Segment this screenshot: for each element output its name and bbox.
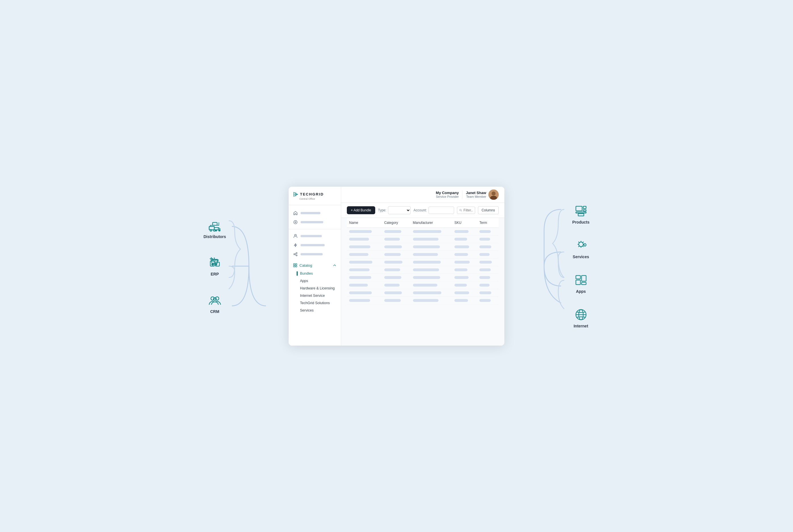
catalog-section: Catalog Bundles Apps Hardware & Licensin… [289, 261, 341, 314]
erp-label: ERP [211, 272, 219, 277]
col-term[interactable]: Term [477, 218, 499, 228]
user-text: Janet Shaw Team Member [466, 191, 486, 198]
svg-point-19 [295, 234, 296, 236]
svg-line-23 [295, 253, 296, 254]
catalog-icon [293, 263, 297, 267]
catalog-label: Catalog [299, 263, 312, 268]
catalog-submenu: Bundles Apps Hardware & Licensing Intern… [289, 270, 341, 314]
svg-point-22 [296, 255, 297, 256]
submenu-item-internet[interactable]: Internet Service [289, 292, 341, 299]
table-row[interactable] [347, 281, 499, 289]
user-info: Janet Shaw Team Member [466, 190, 499, 200]
svg-rect-36 [583, 210, 586, 211]
sidebar-logo: TECHGRID Central Office [289, 187, 341, 203]
data-table-wrapper: Name Category Manufacturer SKU Term [341, 218, 504, 346]
svg-rect-34 [576, 206, 582, 211]
add-bundle-button[interactable]: + Add Bundle [347, 206, 375, 214]
table-row[interactable] [347, 258, 499, 266]
svg-rect-42 [582, 276, 586, 281]
table-row[interactable] [347, 273, 499, 281]
avatar-image [489, 190, 499, 200]
table-row[interactable] [347, 235, 499, 243]
sidebar-item-add[interactable] [289, 217, 341, 227]
svg-rect-27 [294, 266, 295, 267]
type-label: Type: [378, 208, 386, 212]
svg-point-12 [215, 264, 217, 265]
svg-point-40 [584, 244, 586, 246]
erp-icon [208, 256, 222, 269]
services-item[interactable]: Services [573, 239, 589, 259]
col-manufacturer[interactable]: Manufacturer [411, 218, 452, 228]
table-row[interactable] [347, 297, 499, 304]
svg-rect-28 [296, 266, 297, 267]
products-item[interactable]: Products [572, 204, 589, 224]
svg-line-24 [295, 254, 296, 255]
sidebar-nav [289, 207, 341, 260]
svg-rect-37 [576, 212, 586, 213]
account-input[interactable] [429, 207, 454, 214]
sidebar-item-home[interactable] [289, 209, 341, 217]
table-body [347, 228, 499, 304]
user-name: Janet Shaw [466, 191, 486, 195]
svg-point-11 [212, 264, 213, 265]
sidebar-item-share[interactable] [289, 250, 341, 259]
submenu-item-bundles[interactable]: Bundles [289, 270, 341, 277]
svg-point-30 [492, 191, 495, 195]
svg-rect-0 [209, 226, 214, 230]
search-box [457, 207, 475, 214]
company-role: Service Provider [436, 195, 459, 198]
catalog-header[interactable]: Catalog [289, 261, 341, 270]
account-label: Account: [414, 208, 427, 212]
right-connector [522, 195, 567, 337]
crm-item[interactable]: CRM [208, 293, 222, 314]
svg-rect-41 [576, 276, 581, 279]
services-label: Services [573, 254, 589, 259]
user-icon [293, 234, 298, 238]
submenu-item-techgrid[interactable]: TechGrid Solutions [289, 299, 341, 307]
svg-point-6 [215, 230, 216, 231]
search-icon [459, 209, 462, 212]
table-row[interactable] [347, 289, 499, 297]
apps-item[interactable]: Apps [574, 273, 588, 294]
col-sku[interactable]: SKU [452, 218, 477, 228]
col-category[interactable]: Category [382, 218, 411, 228]
internet-label: Internet [573, 324, 588, 328]
account-filter-group: Account: [414, 207, 454, 214]
app-window: TECHGRID Central Office [289, 187, 504, 346]
submenu-item-apps[interactable]: Apps [289, 277, 341, 285]
svg-rect-35 [583, 206, 586, 209]
table-header-row: Name Category Manufacturer SKU Term [347, 218, 499, 228]
sidebar-item-user[interactable] [289, 231, 341, 241]
sidebar: TECHGRID Central Office [289, 187, 341, 346]
submenu-item-hardware[interactable]: Hardware & Licensing [289, 285, 341, 292]
internet-item[interactable]: Internet [573, 308, 588, 328]
type-select[interactable] [388, 206, 411, 214]
services-icon [574, 239, 588, 252]
logo-subtitle: Central Office [299, 197, 315, 200]
table-row[interactable] [347, 266, 499, 273]
chevron-up-icon [333, 264, 336, 267]
header-bar: My Company Service Provider Janet Shaw T… [341, 187, 504, 203]
svg-point-10 [212, 259, 212, 259]
sidebar-nav-divider [289, 229, 341, 229]
company-info: My Company Service Provider [436, 191, 459, 198]
sidebar-item-lightning[interactable] [289, 241, 341, 250]
user-role: Team Member [466, 195, 486, 198]
table-row[interactable] [347, 243, 499, 250]
nav-placeholder-home [301, 212, 320, 214]
company-name: My Company [436, 191, 459, 195]
search-input[interactable] [464, 208, 473, 212]
columns-button[interactable]: Columns [478, 206, 499, 214]
erp-item[interactable]: ERP [208, 256, 222, 277]
table-row[interactable] [347, 228, 499, 235]
table-row[interactable] [347, 250, 499, 258]
left-icons: Distributors ERP [198, 218, 226, 314]
submenu-item-services[interactable]: Services [289, 307, 341, 314]
distributors-item[interactable]: Distributors [204, 218, 226, 239]
svg-rect-1 [212, 223, 217, 225]
distributors-icon [208, 218, 222, 232]
col-name[interactable]: Name [347, 218, 382, 228]
nav-placeholder-user [301, 235, 322, 237]
logo-mark: TECHGRID [293, 192, 324, 197]
right-icons: Products Services [572, 204, 595, 328]
